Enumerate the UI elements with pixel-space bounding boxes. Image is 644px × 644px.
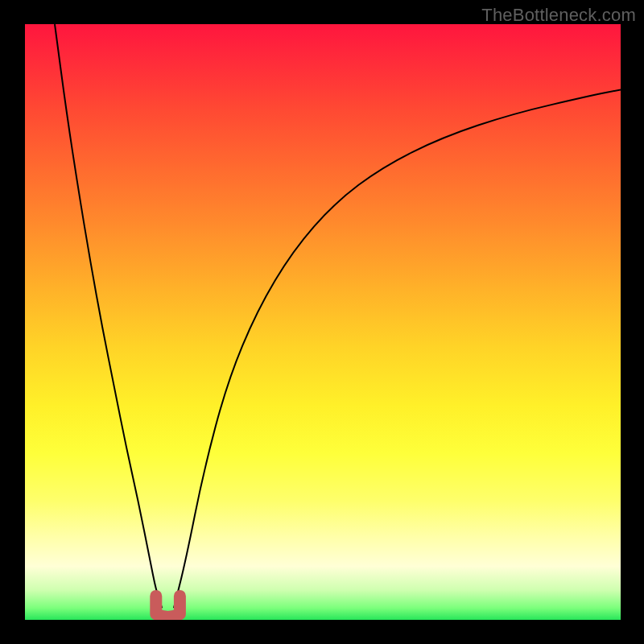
plot-svg <box>25 24 621 620</box>
watermark-text: TheBottleneck.com <box>481 5 636 26</box>
plot-area <box>25 24 621 620</box>
chart-frame: TheBottleneck.com <box>0 0 644 644</box>
curve-right-branch <box>174 89 621 608</box>
optimal-marker <box>156 596 180 617</box>
curve-left-branch <box>55 24 162 608</box>
